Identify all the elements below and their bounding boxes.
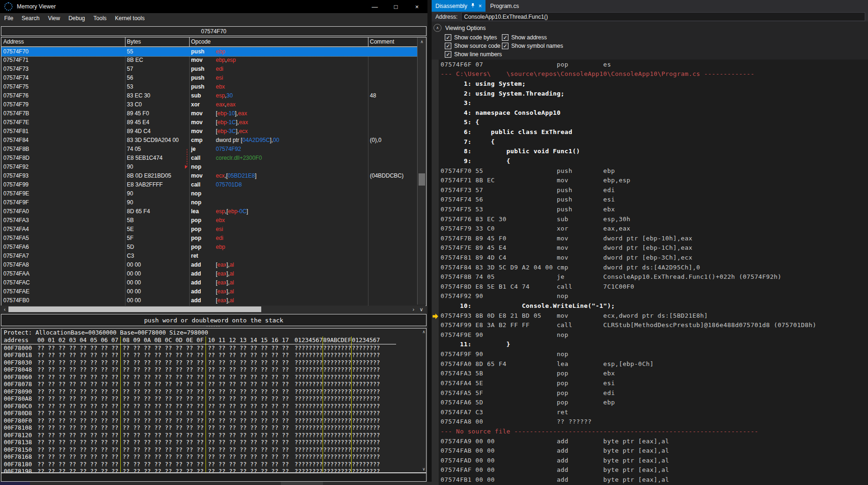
hex-input-box[interactable] bbox=[1, 473, 427, 482]
asm-line[interactable]: 07574F92 90 nop bbox=[432, 291, 868, 301]
column-header-address[interactable]: Address bbox=[3, 38, 24, 45]
table-row[interactable]: 07574F7357pushedi bbox=[1, 65, 418, 74]
checkbox-show-source-code[interactable]: ✓Show source code bbox=[445, 43, 502, 49]
table-row[interactable]: 07574F7933 C0xoreax,eax bbox=[1, 100, 418, 109]
asm-line[interactable]: 07574F76 83 EC 30 sub esp,30h bbox=[432, 214, 868, 224]
source-line[interactable]: 8: public void Func1() bbox=[432, 146, 868, 156]
scroll-down-icon[interactable]: ∨ bbox=[418, 306, 425, 313]
table-row[interactable]: 07574F99E8 3AB2FFFFcall075701D8 bbox=[1, 180, 418, 189]
hex-dump-panel[interactable]: Protect: AllocationBase=00360000 Base=00… bbox=[1, 328, 427, 473]
source-line[interactable]: 11: } bbox=[432, 340, 868, 350]
table-row[interactable]: 07574FA800 00add[eax],al bbox=[1, 261, 418, 269]
collapse-icon[interactable]: ∧ bbox=[434, 24, 441, 32]
checkbox-show-code-bytes[interactable]: ✓Show code bytes bbox=[445, 34, 502, 41]
asm-line[interactable]: 07574FAD 00 00 add byte ptr [eax],al bbox=[432, 455, 868, 465]
hex-row[interactable]: 00F78138?? ?? ?? ?? ?? ?? ?? ???? ?? ?? … bbox=[1, 439, 426, 446]
table-row[interactable]: 07574F7055pushebp bbox=[1, 47, 418, 57]
asm-line[interactable]: 07574FA3 5B pop ebx bbox=[432, 369, 868, 379]
hex-row[interactable]: 00F78048?? ?? ?? ?? ?? ?? ?? ???? ?? ?? … bbox=[1, 366, 426, 373]
table-row[interactable]: 07574F9290nop bbox=[1, 163, 418, 172]
source-line[interactable]: 7: { bbox=[432, 137, 868, 147]
asm-line[interactable]: 07574F7B 89 45 F0 mov dword ptr [ebp-10h… bbox=[432, 233, 868, 243]
hex-row[interactable]: 00F78060?? ?? ?? ?? ?? ?? ?? ???? ?? ?? … bbox=[1, 373, 426, 381]
checkbox-show-line-numbers[interactable]: ✓Show line numbers bbox=[445, 51, 502, 58]
maximize-button[interactable]: □ bbox=[385, 0, 406, 13]
hex-row[interactable]: 00F78120?? ?? ?? ?? ?? ?? ?? ???? ?? ?? … bbox=[1, 432, 426, 439]
hex-row[interactable]: 00F780C0?? ?? ?? ?? ?? ?? ?? ???? ?? ?? … bbox=[1, 403, 426, 410]
current-address-box[interactable]: 07574F70 bbox=[1, 26, 427, 36]
source-line[interactable]: 3: bbox=[432, 98, 868, 108]
source-line[interactable]: 1: using System; bbox=[432, 79, 868, 89]
column-header-opcode[interactable]: Opcode bbox=[191, 38, 211, 45]
asm-line[interactable]: 07574F79 33 C0 xor eax,eax bbox=[432, 224, 868, 233]
asm-line[interactable]: 07574F93 8B 0D E8 21 BD 05 mov ecx,dword… bbox=[432, 311, 868, 321]
table-row[interactable]: 07574F7B89 45 F0mov[ebp-10],eax bbox=[1, 109, 418, 118]
table-row[interactable]: 07574F8DE8 5EB1C474callcoreclr.dll+2300F… bbox=[1, 154, 418, 163]
hex-row[interactable]: 00F78090?? ?? ?? ?? ?? ?? ?? ???? ?? ?? … bbox=[1, 388, 426, 395]
table-row[interactable]: 07574FAC00 00add[eax],al bbox=[1, 278, 418, 287]
menu-item-debug[interactable]: Debug bbox=[64, 15, 89, 22]
hex-row[interactable]: 00F78108?? ?? ?? ?? ?? ?? ?? ???? ?? ?? … bbox=[1, 424, 426, 432]
table-row[interactable]: 07574F718B ECmovebp,esp bbox=[1, 56, 418, 65]
table-row[interactable]: 07574F9F90nop bbox=[1, 198, 418, 207]
asm-line[interactable]: 07574FB1 00 00 add byte ptr [eax],al bbox=[432, 475, 868, 485]
table-row[interactable]: 07574F7456pushesi bbox=[1, 74, 418, 82]
table-row[interactable]: 07574F7E89 45 E4mov[ebp-1C],eax bbox=[1, 118, 418, 127]
tab-close-icon[interactable]: × bbox=[478, 3, 482, 9]
source-line[interactable]: 2: using System.Threading; bbox=[432, 89, 868, 98]
hex-row[interactable]: 00F78078?? ?? ?? ?? ?? ?? ?? ???? ?? ?? … bbox=[1, 381, 426, 388]
horizontal-scrollbar[interactable]: ‹ › ∨ bbox=[1, 306, 426, 313]
menu-item-kernel-tools[interactable]: Kernel tools bbox=[111, 15, 149, 22]
table-row[interactable]: 07574F8189 4D C4mov[ebp-3C],ecx bbox=[1, 127, 418, 136]
asm-line[interactable]: 07574FAF 00 00 add byte ptr [eax],al bbox=[432, 465, 868, 475]
table-row[interactable]: 07574FA7C3ret bbox=[1, 252, 418, 261]
asm-line[interactable]: 07574FA9 00 00 add byte ptr [eax],al bbox=[432, 436, 868, 446]
table-row[interactable]: 07574FAA00 00add[eax],al bbox=[1, 269, 418, 278]
asm-line[interactable]: 07574FA5 5F pop edi bbox=[432, 388, 868, 398]
table-row[interactable]: 07574F8B74 05je07574F92 bbox=[1, 145, 418, 154]
asm-line[interactable]: 07574FA6 5D pop ebp bbox=[432, 397, 868, 407]
hex-row[interactable]: 00F78018?? ?? ?? ?? ?? ?? ?? ???? ?? ?? … bbox=[1, 351, 426, 359]
scrollbar-thumb[interactable] bbox=[419, 173, 425, 186]
asm-line[interactable]: 07574F8D E8 5E B1 C4 74 call 7C1C00F0 bbox=[432, 282, 868, 291]
table-row[interactable]: 07574F9E90nop bbox=[1, 189, 418, 198]
disassembly-code[interactable]: 07574F6F 07 pop es--- C:\Users\ \source\… bbox=[432, 60, 868, 485]
source-line[interactable]: 6: public class ExThread bbox=[432, 127, 868, 137]
asm-line[interactable]: 07574F9F 90 nop bbox=[432, 349, 868, 359]
table-row[interactable]: 07574FA55Fpopedi bbox=[1, 234, 418, 243]
hex-row[interactable]: 00F78000?? ?? ?? ?? ?? ?? ?? ???? ?? ?? … bbox=[1, 344, 426, 352]
table-row[interactable]: 07574FA65Dpopebp bbox=[1, 243, 418, 252]
tab-program-cs[interactable]: Program.cs bbox=[485, 0, 523, 12]
tab-disassembly[interactable]: Disassembly × bbox=[432, 0, 485, 12]
asm-line[interactable]: 07574F9E 90 nop bbox=[432, 330, 868, 340]
asm-line[interactable]: 07574FA4 5E pop esi bbox=[432, 378, 868, 388]
column-header-comment[interactable]: Comment bbox=[370, 38, 394, 45]
table-row[interactable]: 07574FB000 00add[eax],al bbox=[1, 296, 418, 305]
hex-row[interactable]: 00F780F0?? ?? ?? ?? ?? ?? ?? ???? ?? ?? … bbox=[1, 417, 426, 425]
asm-line[interactable]: 07574F84 83 3D 5C D9 A2 04 00 cmp dword … bbox=[432, 262, 868, 272]
menu-item-search[interactable]: Search bbox=[17, 15, 44, 22]
hex-row[interactable]: 00F78150?? ?? ?? ?? ?? ?? ?? ???? ?? ?? … bbox=[1, 446, 426, 454]
hex-scroll-up-icon[interactable]: ∧ bbox=[423, 329, 425, 334]
asm-line[interactable]: 07574F73 57 push edi bbox=[432, 185, 868, 195]
menu-item-view[interactable]: View bbox=[44, 15, 64, 22]
source-line[interactable]: 10: Console.WriteLine("-1"); bbox=[432, 301, 868, 311]
hex-scroll-down-icon[interactable]: ∨ bbox=[423, 467, 425, 471]
menu-item-tools[interactable]: Tools bbox=[89, 15, 111, 22]
asm-line[interactable]: 07574F7E 89 45 E4 mov dword ptr [ebp-1Ch… bbox=[432, 243, 868, 253]
address-input[interactable]: ConsoleApp10.ExThread.Func1() bbox=[461, 12, 865, 21]
source-line[interactable]: 4: namespace ConsoleApp10 bbox=[432, 108, 868, 118]
splitter-handle[interactable]: •••••• bbox=[204, 326, 223, 327]
table-row[interactable]: 07574FA35Bpopebx bbox=[1, 216, 418, 225]
scroll-left-icon[interactable]: ‹ bbox=[1, 306, 8, 313]
asm-line[interactable]: 07574FA8 00 ?? ?????? bbox=[432, 417, 868, 427]
hex-row[interactable]: 00F780D8?? ?? ?? ?? ?? ?? ?? ???? ?? ?? … bbox=[1, 410, 426, 417]
hscrollbar-thumb[interactable] bbox=[8, 306, 261, 312]
asm-line[interactable]: 07574F99 E8 3A B2 FF FF call CLRStub[Met… bbox=[432, 320, 868, 330]
source-line[interactable]: 5: { bbox=[432, 118, 868, 127]
column-header-bytes[interactable]: Bytes bbox=[127, 38, 141, 45]
checkbox-show-symbol-names[interactable]: ✓Show symbol names bbox=[502, 43, 563, 49]
hex-row[interactable]: 00F78180?? ?? ?? ?? ?? ?? ?? ???? ?? ?? … bbox=[1, 461, 426, 468]
source-separator-line[interactable]: --- No source file ---------------------… bbox=[432, 426, 868, 436]
hex-row[interactable]: 00F78198?? ?? ?? ?? ?? ?? ?? ???? ?? ?? … bbox=[1, 468, 426, 473]
